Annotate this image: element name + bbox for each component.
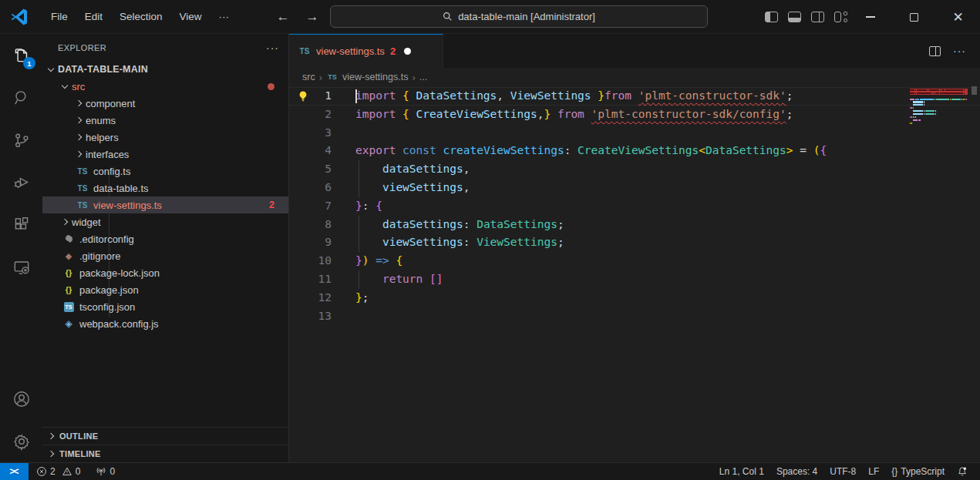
line-content: dataSettings: DataSettings; [332,216,564,234]
timeline-section-header[interactable]: TIMELINE [42,445,288,462]
breadcrumb: src › TS view-settings.ts › ... [289,68,980,86]
indent-guide [359,216,359,234]
remote-indicator[interactable]: >< [0,463,29,480]
code-line-12[interactable]: 12}; [289,289,980,307]
eol-status[interactable]: LF [862,466,885,477]
code-token: ; [786,89,793,102]
tree-item-enums[interactable]: enums [42,112,288,129]
explorer-more-actions-icon[interactable]: ··· [266,42,279,54]
chevron-right-icon [76,134,82,140]
menu-[interactable]: ··· [210,7,238,26]
minimize-icon[interactable] [848,0,892,34]
accounts-button[interactable] [0,378,42,420]
indentation-status[interactable]: Spaces: 4 [770,466,823,477]
sidebar-item-extensions[interactable] [0,203,42,246]
menu-selection[interactable]: Selection [111,7,171,26]
lightbulb-icon[interactable] [297,90,309,102]
code-line-1[interactable]: 1import { DataSettings, ViewSettings }fr… [289,87,980,106]
code-token: createViewSettings [443,144,564,156]
ts-file-icon: TS [76,184,89,193]
overview-ruler[interactable] [969,86,980,462]
code-line-11[interactable]: 11 return [] [289,270,980,289]
tab-view-settings[interactable]: TS view-settings.ts 2 [289,34,443,68]
toggle-panel-icon[interactable] [788,12,801,22]
code-token: : [564,144,578,156]
command-center-search[interactable]: data-table-main [Administrator] [330,5,708,28]
code-token: from [605,89,638,102]
customize-layout-icon[interactable] [834,12,847,22]
line-content [332,307,355,326]
forward-arrow-icon[interactable]: → [303,9,322,25]
back-arrow-icon[interactable]: ← [274,9,292,25]
code-line-6[interactable]: 6 viewSettings, [289,179,980,197]
code-line-5[interactable]: 5 dataSettings, [289,160,980,179]
manage-button[interactable] [0,420,42,462]
menu-file[interactable]: File [42,7,76,26]
close-icon[interactable]: ✕ [936,0,980,34]
cursor-position[interactable]: Ln 1, Col 1 [713,466,770,477]
tree-item-tsconfig.json[interactable]: TStsconfig.json [42,298,288,315]
notifications-button[interactable] [951,466,974,477]
breadcrumb-file[interactable]: view-settings.ts [342,72,408,82]
tree-item-.gitignore[interactable]: ◆.gitignore [42,247,288,264]
chevron-right-icon [48,433,54,439]
problems-status[interactable]: 2 0 [32,466,85,477]
code-token: CreateViewSettings [409,108,537,120]
code-line-2[interactable]: 2import { CreateViewSettings,} from 'plm… [289,106,980,124]
sidebar-item-run-debug[interactable] [0,161,42,203]
outline-section-header[interactable]: OUTLINE [42,427,288,445]
maximize-icon[interactable] [892,0,936,34]
tree-item-label: package-lock.json [79,267,160,279]
tree-item-view-settings.ts[interactable]: TSview-settings.ts2 [42,196,288,213]
code-token: } [355,254,362,267]
code-line-4[interactable]: 4export const createViewSettings: Create… [289,142,980,160]
language-mode[interactable]: {} TypeScript [885,466,951,477]
code-line-3[interactable]: 3 [289,124,980,143]
extensions-icon [12,215,32,235]
code-line-7[interactable]: 7}: { [289,197,980,216]
code-line-9[interactable]: 9 viewSettings: ViewSettings; [289,233,980,252]
encoding-status[interactable]: UTF-8 [823,466,862,477]
menu-edit[interactable]: Edit [76,7,111,26]
file-tree: DATA-TABLE-MAINsrccomponentenumshelpersi… [42,61,288,427]
breadcrumb-symbol[interactable]: ... [419,72,427,82]
sidebar-item-search[interactable] [0,76,42,119]
minimap[interactable] [910,89,968,128]
sidebar-item-remote-explorer[interactable] [0,246,42,288]
tree-item-.editorconfig[interactable]: .editorconfig [42,230,288,247]
tree-item-src[interactable]: src [42,78,288,95]
search-icon [443,12,453,22]
tree-item-package-lock.json[interactable]: {}package-lock.json [42,264,288,281]
code-line-10[interactable]: 10}) => { [289,252,980,270]
tree-item-component[interactable]: component [42,95,288,112]
ports-status[interactable]: 0 [91,466,120,477]
indent-guide [359,179,359,197]
error-icon [36,466,47,477]
code-token: } [598,89,605,102]
line-number: 1 [289,87,332,106]
split-editor-icon[interactable] [929,46,941,56]
tree-item-package.json[interactable]: {}package.json [42,281,288,298]
tree-item-webpack.config.js[interactable]: ◈webpack.config.js [42,315,288,332]
code-line-8[interactable]: 8 dataSettings: DataSettings; [289,216,980,234]
more-actions-icon[interactable]: ··· [953,45,966,57]
sidebar-item-explorer[interactable]: 1 [0,34,42,76]
remote-window-icon [12,257,32,277]
tree-item-data-table-main[interactable]: DATA-TABLE-MAIN [42,61,288,78]
breadcrumb-folder[interactable]: src [302,72,315,82]
code-line-13[interactable]: 13 [289,307,980,326]
tree-item-data-table.ts[interactable]: TSdata-table.ts [42,180,288,196]
toggle-secondary-sidebar-icon[interactable] [811,12,824,22]
menu-view[interactable]: View [171,7,210,26]
tree-item-helpers[interactable]: helpers [42,129,288,146]
toggle-primary-sidebar-icon[interactable] [765,12,778,22]
sidebar-item-source-control[interactable] [0,119,42,161]
code-token: ViewSettings [477,236,557,248]
line-number: 11 [289,270,332,289]
radio-tower-icon [96,466,106,477]
tree-item-widget[interactable]: widget [42,213,288,230]
tree-item-config.ts[interactable]: TSconfig.ts [42,163,288,180]
dirty-indicator-icon[interactable] [404,48,411,55]
code-editor[interactable]: 1import { DataSettings, ViewSettings }fr… [289,86,980,462]
tree-item-interfaces[interactable]: interfaces [42,146,288,163]
